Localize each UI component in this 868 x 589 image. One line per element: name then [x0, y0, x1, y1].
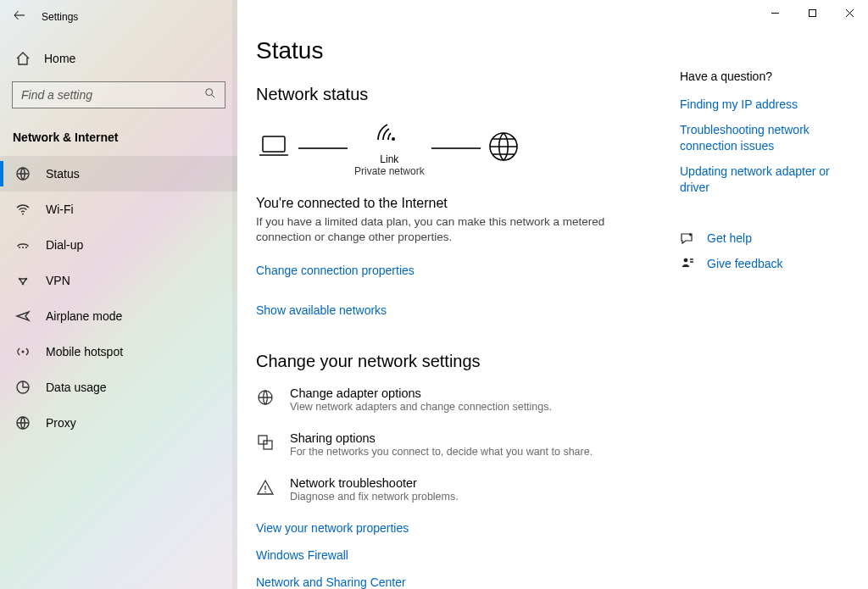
windows-firewall-link[interactable]: Windows Firewall — [256, 548, 663, 562]
connected-description: If you have a limited data plan, you can… — [256, 214, 612, 245]
svg-rect-17 — [259, 436, 267, 444]
give-feedback-row[interactable]: Give feedback — [680, 256, 849, 273]
setting-sharing-options[interactable]: Sharing options For the networks you con… — [256, 431, 663, 458]
view-network-properties-link[interactable]: View your network properties — [256, 521, 663, 535]
show-available-networks-link[interactable]: Show available networks — [256, 303, 387, 317]
change-connection-properties-link[interactable]: Change connection properties — [256, 264, 415, 277]
vpn-icon — [15, 273, 31, 288]
minimize-button[interactable] — [756, 0, 793, 25]
sidebar-item-vpn[interactable]: VPN — [0, 263, 237, 298]
page-title: Status — [256, 37, 663, 64]
laptop-icon — [256, 131, 292, 165]
help-sidebar: Have a question? Finding my IP address T… — [680, 0, 868, 589]
svg-point-21 — [684, 258, 688, 263]
change-settings-heading: Change your network settings — [256, 352, 663, 371]
connection-line — [298, 147, 348, 149]
get-help-icon — [680, 231, 695, 247]
give-feedback-link[interactable]: Give feedback — [707, 256, 783, 273]
svg-point-20 — [689, 233, 692, 236]
nav-list: Status Wi-Fi Dial-up VPN Airplane mode M… — [0, 156, 237, 441]
titlebar: Settings — [0, 0, 237, 34]
setting-sub: View network adapters and change connect… — [290, 401, 552, 413]
window-controls — [756, 0, 868, 25]
hotspot-icon — [15, 344, 31, 359]
sidebar-item-datausage[interactable]: Data usage — [0, 370, 237, 405]
home-icon — [15, 51, 31, 66]
search-input[interactable] — [12, 81, 225, 108]
sidebar-item-label: Data usage — [46, 381, 107, 394]
link-type: Private network — [354, 165, 425, 177]
connected-title: You're connected to the Internet — [256, 196, 663, 211]
status-icon — [15, 166, 31, 181]
svg-rect-12 — [809, 9, 815, 16]
setting-change-adapter[interactable]: Change adapter options View network adap… — [256, 386, 663, 413]
network-diagram: Link Private network — [256, 119, 663, 177]
sidebar-item-label: Proxy — [46, 416, 76, 430]
setting-sub: Diagnose and fix network problems. — [290, 491, 459, 503]
globe-icon — [487, 131, 520, 166]
get-help-row[interactable]: Get help — [680, 231, 849, 247]
search-field[interactable] — [21, 88, 204, 102]
warning-icon — [256, 478, 275, 497]
close-button[interactable] — [831, 0, 868, 25]
svg-point-4 — [22, 247, 24, 248]
svg-rect-13 — [263, 136, 285, 152]
content: Status Network status Link Private netwo… — [237, 0, 680, 589]
app-title: Settings — [42, 11, 78, 23]
setting-troubleshooter[interactable]: Network troubleshooter Diagnose and fix … — [256, 476, 663, 503]
main: Status Network status Link Private netwo… — [237, 0, 868, 589]
wifi-large-icon — [374, 119, 404, 148]
sharing-icon — [256, 433, 275, 452]
setting-title: Sharing options — [290, 431, 593, 445]
setting-sub: For the networks you connect to, decide … — [290, 446, 593, 458]
group-title: Network & Internet — [0, 112, 237, 153]
sidebar-item-proxy[interactable]: Proxy — [0, 405, 237, 441]
link-name: Link — [380, 153, 398, 165]
svg-point-3 — [19, 247, 20, 248]
sidebar: Settings Home Network & Internet Status — [0, 0, 237, 589]
sidebar-item-hotspot[interactable]: Mobile hotspot — [0, 334, 237, 370]
sidebar-item-label: VPN — [46, 274, 70, 287]
sidebar-item-label: Dial-up — [46, 238, 83, 252]
adapter-icon — [256, 388, 275, 407]
maximize-button[interactable] — [793, 0, 831, 25]
svg-point-5 — [25, 247, 27, 248]
setting-title: Change adapter options — [290, 386, 552, 400]
home-label: Home — [44, 52, 75, 65]
sidebar-item-airplane[interactable]: Airplane mode — [0, 298, 237, 334]
svg-point-19 — [264, 492, 266, 493]
connection-line — [431, 147, 481, 149]
dialup-icon — [15, 237, 31, 253]
svg-point-9 — [22, 351, 25, 353]
get-help-link[interactable]: Get help — [707, 231, 752, 247]
search-icon — [204, 87, 216, 103]
sidebar-item-label: Wi-Fi — [46, 203, 74, 216]
airplane-icon — [15, 308, 31, 324]
back-icon[interactable] — [13, 8, 26, 25]
network-status-heading: Network status — [256, 85, 663, 104]
proxy-icon — [15, 415, 31, 431]
svg-point-0 — [206, 89, 213, 96]
have-a-question: Have a question? — [680, 69, 849, 83]
wifi-icon — [15, 202, 31, 217]
sidebar-item-status[interactable]: Status — [0, 156, 237, 192]
help-link-ip[interactable]: Finding my IP address — [680, 97, 849, 114]
svg-point-14 — [392, 137, 395, 141]
home-button[interactable]: Home — [0, 41, 237, 76]
svg-point-2 — [22, 214, 24, 215]
sidebar-item-label: Airplane mode — [46, 309, 122, 323]
sidebar-item-label: Status — [46, 167, 80, 181]
help-link-troubleshoot[interactable]: Troubleshooting network connection issue… — [680, 122, 849, 155]
sidebar-item-wifi[interactable]: Wi-Fi — [0, 192, 237, 227]
help-link-adapter[interactable]: Updating network adapter or driver — [680, 164, 849, 197]
feedback-icon — [680, 256, 695, 271]
setting-title: Network troubleshooter — [290, 476, 459, 490]
data-usage-icon — [15, 380, 31, 395]
sidebar-item-label: Mobile hotspot — [46, 345, 123, 358]
svg-rect-18 — [264, 441, 272, 449]
network-sharing-center-link[interactable]: Network and Sharing Center — [256, 575, 663, 589]
sidebar-item-dialup[interactable]: Dial-up — [0, 227, 237, 263]
